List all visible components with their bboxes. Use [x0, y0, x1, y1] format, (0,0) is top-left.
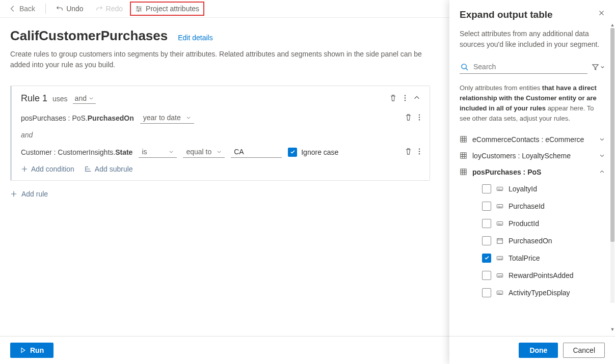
svg-point-7	[419, 151, 420, 152]
rule-operator-label: and	[75, 94, 87, 102]
search-icon	[461, 63, 468, 71]
svg-point-0	[405, 95, 406, 96]
condition-2-operator-dropdown[interactable]: equal to	[183, 146, 225, 158]
attribute-checkbox[interactable]	[482, 236, 491, 245]
entity-row[interactable]: posPurchases : PoS	[460, 164, 605, 180]
entity-label: posPurchases : PoS	[472, 168, 541, 176]
condition-1-more-button[interactable]	[418, 114, 420, 123]
datatype-icon: Abc	[496, 220, 503, 227]
delete-condition-2-button[interactable]	[405, 148, 412, 157]
edit-details-link[interactable]: Edit details	[178, 34, 212, 42]
back-button[interactable]: Back	[4, 2, 40, 16]
entity-row[interactable]: eCommerceContacts : eCommerce	[460, 131, 605, 148]
attribute-label: RewardPointsAdded	[509, 271, 574, 279]
condition-2-more-button[interactable]	[418, 148, 420, 157]
attribute-row[interactable]: 123 RewardPointsAdded	[460, 267, 605, 284]
datatype-icon	[496, 237, 503, 244]
search-input-wrapper[interactable]	[460, 60, 587, 74]
table-icon	[460, 135, 467, 143]
entity-row[interactable]: loyCustomers : LoyaltyScheme	[460, 148, 605, 164]
panel-cancel-button[interactable]: Cancel	[563, 343, 605, 358]
redo-button[interactable]: Redo	[91, 2, 128, 16]
scroll-up-arrow[interactable]: ▲	[610, 22, 615, 27]
done-button[interactable]: Done	[519, 343, 558, 358]
attribute-row[interactable]: Abc LoyaltyId	[460, 180, 605, 198]
plus-icon	[10, 190, 17, 198]
undo-button[interactable]: Undo	[51, 2, 88, 16]
entity-label: eCommerceContacts : eCommerce	[472, 135, 584, 144]
plus-icon	[21, 165, 28, 173]
attribute-row[interactable]: Abc ProductId	[460, 215, 605, 232]
entity-label: loyCustomers : LoyaltyScheme	[472, 152, 571, 160]
scrollbar-thumb[interactable]	[610, 28, 614, 242]
chevron-down-icon	[169, 149, 174, 154]
panel-note: Only attributes from entities that have …	[460, 83, 605, 124]
add-subrule-button[interactable]: Add subrule	[85, 165, 133, 173]
svg-rect-10	[461, 136, 466, 142]
collapse-rule-button[interactable]	[413, 94, 420, 103]
chevron-down-icon	[186, 115, 191, 120]
chevron-down-icon	[89, 96, 94, 101]
attribute-checkbox[interactable]	[482, 271, 491, 280]
svg-rect-11	[461, 153, 466, 158]
panel-close-button[interactable]	[598, 9, 605, 18]
ignore-case-checkbox[interactable]	[288, 148, 297, 157]
play-icon	[20, 347, 26, 353]
svg-text:Abc: Abc	[498, 292, 502, 294]
svg-text:123: 123	[498, 274, 502, 277]
add-condition-button[interactable]: Add condition	[21, 165, 74, 173]
chevron-up-icon	[599, 168, 605, 176]
condition-2-value-input[interactable]	[231, 146, 282, 158]
attribute-label: PurchasedOn	[509, 237, 552, 245]
table-icon	[460, 168, 467, 176]
rule-operator-dropdown[interactable]: and	[73, 93, 96, 104]
svg-point-8	[419, 153, 420, 154]
attribute-label: ProductId	[509, 219, 539, 228]
condition-1-operator-dropdown[interactable]: year to date	[140, 112, 194, 124]
run-button[interactable]: Run	[10, 343, 54, 358]
search-input[interactable]	[472, 62, 586, 71]
svg-text:123: 123	[498, 257, 502, 260]
attribute-row[interactable]: Abc ActivityTypeDisplay	[460, 284, 605, 301]
attribute-label: LoyaltyId	[509, 185, 537, 193]
condition-2-attribute: Customer : CustomerInsights.State	[21, 148, 132, 156]
expand-output-panel: ▲ ▼ Expand output table Select attribute…	[449, 0, 615, 364]
svg-point-6	[419, 148, 420, 149]
panel-footer: Done Cancel	[449, 336, 615, 364]
rule-more-button[interactable]	[404, 94, 406, 103]
delete-condition-1-button[interactable]	[405, 114, 412, 123]
table-icon	[460, 152, 467, 159]
attribute-checkbox[interactable]	[482, 254, 491, 263]
rule-card: Rule 1 uses and posPurch	[10, 86, 430, 181]
redo-label: Redo	[106, 5, 123, 13]
undo-icon	[56, 5, 63, 12]
undo-label: Undo	[66, 5, 83, 13]
svg-point-2	[405, 99, 406, 100]
scrollbar-track[interactable]	[610, 28, 614, 303]
attribute-checkbox[interactable]	[482, 288, 491, 297]
svg-point-3	[419, 114, 420, 115]
panel-subtitle: Select attributes from any additional da…	[460, 29, 605, 50]
svg-text:Abc: Abc	[498, 222, 502, 225]
svg-point-4	[419, 117, 420, 118]
redo-icon	[96, 5, 103, 12]
attribute-checkbox[interactable]	[482, 219, 491, 228]
project-attributes-icon	[135, 5, 143, 13]
attribute-row[interactable]: Abc PurchaseId	[460, 198, 605, 215]
attribute-row[interactable]: PurchasedOn	[460, 232, 605, 249]
scroll-down-arrow[interactable]: ▼	[610, 327, 615, 332]
svg-rect-12	[461, 169, 466, 175]
filter-button[interactable]	[592, 63, 605, 71]
condition-2-is-dropdown[interactable]: is	[139, 146, 177, 158]
svg-point-5	[419, 119, 420, 120]
datatype-icon: Abc	[496, 185, 503, 192]
rule-uses-label: uses	[52, 95, 68, 103]
datatype-icon: Abc	[496, 289, 503, 296]
delete-rule-button[interactable]	[389, 94, 397, 103]
attribute-row[interactable]: 123 TotalPrice	[460, 249, 605, 267]
chevron-down-icon	[599, 135, 605, 144]
attribute-checkbox[interactable]	[482, 184, 491, 193]
datatype-icon: 123	[496, 272, 503, 279]
project-attributes-button[interactable]: Project attributes	[130, 2, 204, 16]
attribute-checkbox[interactable]	[482, 202, 491, 211]
